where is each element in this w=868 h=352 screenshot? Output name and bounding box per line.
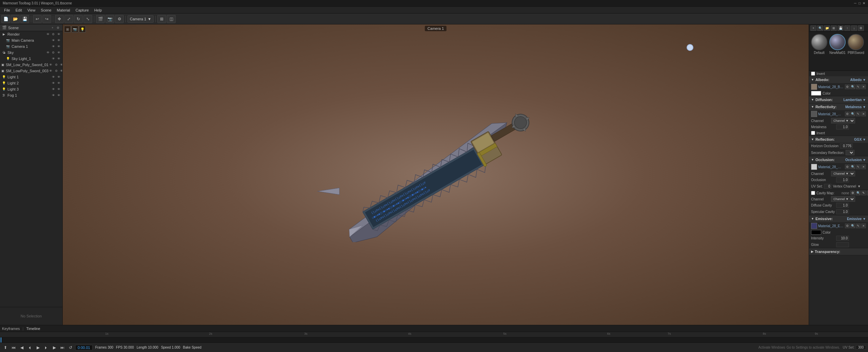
albedo-search-btn[interactable]: 🔍	[850, 84, 855, 89]
emissive-header[interactable]: ▼ Emissive: Emissive ▼	[809, 215, 868, 222]
light3-eye2-btn[interactable]: 👁	[56, 87, 61, 92]
scene-item-fog1[interactable]: 🌫 Fog 1 👁 👁	[0, 92, 62, 98]
diffuse-cavity-input[interactable]	[836, 203, 849, 208]
sky-vis-btn[interactable]: 👁	[45, 50, 50, 55]
rt-export-btn[interactable]: ↓	[851, 25, 857, 31]
mat-pbrsword-sphere[interactable]	[848, 34, 864, 50]
emissive-glow-input[interactable]	[836, 242, 849, 247]
rotate-btn[interactable]: ↻	[74, 15, 83, 23]
scene-item-skylight1[interactable]: 💡 Sky Light_1 👁 👁	[0, 56, 62, 62]
render-eye2-btn[interactable]: 👁	[56, 32, 61, 37]
scene-settings-btn[interactable]: ⚙	[56, 25, 60, 30]
wireframe-btn[interactable]: ◫	[167, 15, 176, 23]
sky-extra-btn[interactable]: ⚙	[51, 50, 56, 55]
scene-item-camera1[interactable]: 📷 Camera 1 👁 👁	[0, 43, 62, 50]
menu-help[interactable]: Help	[92, 7, 105, 13]
timeline-prev-frame-btn[interactable]: ⏴	[26, 345, 33, 351]
reflectivity-right-label[interactable]: Metalness ▼	[845, 105, 866, 109]
rt-settings-btn[interactable]: ⚙	[858, 25, 864, 31]
sm01-vis-btn[interactable]: 👁	[48, 62, 53, 67]
sm01-eye2-btn[interactable]: 👁	[59, 62, 62, 67]
render-btn[interactable]: 🎬	[96, 15, 105, 23]
timeline-loop-btn[interactable]: ↺	[67, 345, 74, 351]
timeline-prev-key-btn[interactable]: ◀	[18, 345, 25, 351]
fog1-vis-btn[interactable]: 👁	[51, 93, 56, 98]
scene-item-sm003[interactable]: ▣ SM_LowPoly_Sword_003 👁 ⚙ 👁	[0, 68, 62, 74]
move-btn[interactable]: ⤢	[64, 15, 73, 23]
timeline-expand-btn[interactable]: ⬆	[2, 345, 9, 351]
redo-btn[interactable]: ↪	[42, 15, 51, 23]
sm003-eye2-btn[interactable]: 👁	[59, 69, 62, 73]
vp-light-btn[interactable]: 💡	[79, 26, 86, 33]
rt-grid-btn[interactable]: ⊞	[831, 25, 837, 31]
timeline-next-frame-btn[interactable]: ⏵	[43, 345, 50, 351]
sm003-extra-btn[interactable]: ⚙	[54, 69, 59, 73]
vertex-channel-arrow[interactable]: ▼	[857, 184, 861, 188]
menu-edit[interactable]: Edit	[13, 7, 25, 13]
cavity-channel-select[interactable]: Channel ▼	[831, 196, 855, 202]
vp-grid-btn[interactable]: ⊞	[64, 26, 71, 33]
emissive-intensity-input[interactable]	[836, 236, 849, 241]
playhead[interactable]	[1, 337, 1, 343]
reflection-right-label[interactable]: GGX ▼	[854, 138, 866, 141]
menu-view[interactable]: View	[25, 7, 38, 13]
skylight1-eye2-btn[interactable]: 👁	[56, 56, 61, 61]
emissive-color-swatch[interactable]	[811, 230, 821, 235]
scene-item-light2[interactable]: 💡 Light 2 👁 👁	[0, 80, 62, 86]
viewport[interactable]: ⟨⟩△▽◇⟨⟩△▽◇⟨⟩△▽◇⟨⟩△▽◇⟨⟩△▽◇⟨⟩△▽◇⟨⟩△▽ ◻◼◇◈◉…	[63, 24, 809, 325]
occlusion-close-btn[interactable]: ✕	[861, 164, 866, 169]
menu-material[interactable]: Material	[54, 7, 73, 13]
uv-set-val[interactable]	[856, 345, 866, 350]
save-btn[interactable]: 💾	[20, 15, 29, 23]
render-vis-btn[interactable]: 👁	[45, 32, 50, 37]
diffusion-header[interactable]: ▼ Diffusion: Lambertian ▼	[809, 96, 868, 103]
scene-add-btn[interactable]: +	[50, 25, 55, 30]
main-camera-eye2-btn[interactable]: 👁	[56, 38, 61, 43]
light2-vis-btn[interactable]: 👁	[51, 81, 56, 85]
cavity-map-checkbox[interactable]	[811, 191, 815, 195]
timeline-next-key-btn[interactable]: ▶	[51, 345, 58, 351]
light2-eye2-btn[interactable]: 👁	[56, 81, 61, 85]
menu-capture[interactable]: Capture	[73, 7, 92, 13]
skylight1-vis-btn[interactable]: 👁	[51, 56, 56, 61]
reflection-header[interactable]: ▼ Reflection: GGX ▼	[809, 136, 868, 143]
emissive-close-btn[interactable]: ✕	[861, 223, 866, 228]
sky-eye2-btn[interactable]: 👁	[56, 50, 61, 55]
secondary-reflection-select[interactable]	[846, 150, 854, 155]
minimize-btn[interactable]: ─	[854, 1, 856, 5]
diffusion-right-label[interactable]: Lambertian ▼	[843, 98, 866, 102]
invert-checkbox[interactable]	[811, 72, 815, 76]
metalness-close-btn[interactable]: ✕	[861, 112, 866, 116]
emissive-right-label[interactable]: Emissive ▼	[847, 217, 866, 221]
scene-item-render[interactable]: ▶ Render 👁 ⚙ 👁	[0, 31, 62, 37]
capture-btn[interactable]: 📷	[105, 15, 114, 23]
rt-import-btn[interactable]: ↑	[844, 25, 850, 31]
timeline-to-end-btn[interactable]: ⏭	[59, 345, 66, 351]
occlusion-channel-select[interactable]: Channel ▼	[831, 171, 855, 176]
scene-item-sm01[interactable]: ▣ SM_Low_Poly_Sword_01 👁 ⚙ 👁	[0, 62, 62, 68]
open-btn[interactable]: 📂	[11, 15, 20, 23]
menu-scene[interactable]: Scene	[38, 7, 54, 13]
metalness-input[interactable]	[836, 124, 849, 130]
render-extra-btn[interactable]: ⚙	[51, 32, 56, 37]
occlusion-input[interactable]	[836, 177, 849, 182]
camera1-eye2-btn[interactable]: 👁	[56, 44, 61, 49]
emissive-gear-btn[interactable]: ⚙	[845, 223, 850, 228]
sm003-vis-btn[interactable]: 👁	[48, 69, 53, 73]
occlusion-edit-btn[interactable]: ✎	[856, 164, 861, 169]
sm01-extra-btn[interactable]: ⚙	[54, 62, 59, 67]
timeline-to-start-btn[interactable]: ⏮	[10, 345, 17, 351]
reflectivity-header[interactable]: ▼ Reflectivity: Metalness ▼	[809, 103, 868, 110]
scene-item-light1[interactable]: 💡 Light 1 👁 👁	[0, 74, 62, 80]
horizon-occlusion-input[interactable]	[840, 143, 853, 149]
rt-add-btn[interactable]: +	[810, 25, 816, 31]
cavity-gear-btn[interactable]: ⚙	[850, 191, 855, 195]
timeline-play-btn[interactable]: ▶	[35, 345, 41, 351]
camera1-vis-btn[interactable]: 👁	[51, 44, 56, 49]
cavity-close-btn[interactable]: ✕	[867, 191, 868, 195]
emissive-edit-btn[interactable]: ✎	[856, 223, 861, 228]
albedo-edit-btn[interactable]: ✎	[856, 84, 861, 89]
new-btn[interactable]: 📄	[1, 15, 10, 23]
timeline-track[interactable]	[0, 337, 868, 343]
albedo-gear-btn[interactable]: ⚙	[845, 84, 850, 89]
